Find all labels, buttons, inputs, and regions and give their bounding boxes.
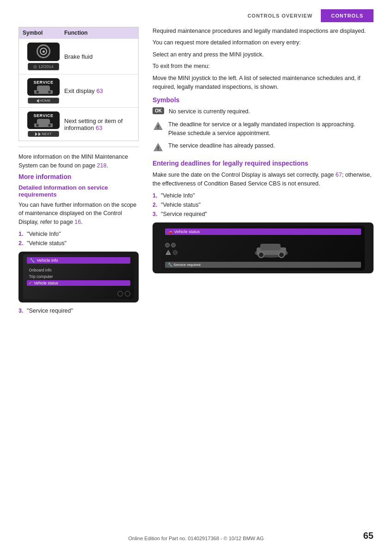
symbol-row-warn1: ! The deadline for service or a legally … [153, 120, 374, 138]
warning-icon-1: ! [153, 120, 164, 131]
col-symbol-header: Symbol [23, 30, 64, 36]
list-item: 1. "Vehicle Info" [18, 229, 139, 239]
brake-fluid-icon [27, 43, 60, 61]
service-word-next: SERVICE [34, 113, 54, 118]
detail-subtitle: Detailed information on service requirem… [18, 184, 139, 198]
entering-link[interactable]: 67 [336, 172, 342, 178]
ss-row-active: ✓ Vehicle status [27, 280, 130, 286]
right-para-4: To exit from the menu: [153, 62, 374, 71]
ss-menu-bar: 🔧 Vehicle info [27, 257, 130, 264]
list-text: "Vehicle Info" [27, 229, 61, 239]
list-item: 3. "Service required" [18, 306, 139, 315]
list-num: 2. [153, 200, 159, 210]
list-num: 2. [18, 239, 25, 248]
function-cell: Exit display 63 [64, 87, 135, 94]
ok-badge: OK [153, 107, 164, 114]
service-required-bar: 🔧 Service required [165, 262, 361, 268]
list-text: "Vehicle Info" [161, 191, 195, 200]
detail-list: 1. "Vehicle Info" 2. "Vehicle status" [18, 229, 139, 248]
function-cell: Brake fluid [64, 53, 135, 60]
home-button: HOME [28, 98, 59, 104]
warn2-text: The service deadline has already passed. [168, 142, 275, 150]
maintenance-note: More information on the MINI Maintenance… [18, 153, 139, 170]
wheel-left-next [36, 123, 39, 127]
next-arrow1 [35, 132, 37, 136]
controls-label: CONTROLS [321, 9, 374, 22]
next-setting-text: Next setting or item of information [64, 117, 122, 131]
car-svg [253, 240, 290, 259]
ok-text: No service is currently required. [169, 107, 250, 116]
page-header: CONTROLS OVERVIEW CONTROLS [0, 0, 392, 27]
next-arrow2 [38, 132, 41, 136]
warning-icon-2: ! [153, 142, 164, 153]
detail-body: You can have further information on the … [18, 201, 139, 227]
dot-icon-2 [173, 250, 178, 255]
divider-1 [18, 147, 139, 147]
maintenance-page-link[interactable]: 218 [97, 162, 107, 169]
symbol-cell: SERVICE HOME [23, 78, 64, 104]
warn-sm: ! [165, 249, 172, 255]
ss-r-title: 🚗 Vehicle status [165, 228, 361, 235]
detail-link[interactable]: 16 [74, 219, 81, 225]
next-button: NEXT [28, 131, 59, 137]
ss-icon-row [165, 243, 178, 247]
dot-icon [171, 243, 176, 247]
brake-inner [40, 48, 47, 55]
table-row: SERVICE HOME [19, 74, 138, 107]
table-row: SERVICE NEXT [19, 107, 138, 141]
svg-point-9 [258, 252, 264, 258]
ss-menu-title: Vehicle info [37, 258, 58, 263]
symbols-heading: Symbols [153, 96, 374, 104]
list-item: 2. "Vehicle status" [18, 239, 139, 248]
service-icon-next: SERVICE [27, 111, 60, 129]
wheel-right-next [48, 123, 51, 127]
nav-circle-left [117, 291, 123, 296]
home-label: HOME [40, 99, 51, 103]
next-setting-link[interactable]: 63 [96, 124, 102, 131]
next-label: NEXT [42, 132, 51, 136]
right-para-1: Required maintenance procedures and lega… [153, 27, 374, 36]
list-num: 1. [18, 229, 25, 239]
service-top: SERVICE [34, 80, 54, 85]
list-text: "Service required" [161, 210, 207, 219]
copyright-text: Online Edition for Part no. 01402917368 … [128, 536, 263, 541]
car-simple [34, 86, 53, 94]
car-top [37, 86, 50, 90]
ss-vehicle-status: Vehicle status [34, 281, 58, 285]
page-footer: Online Edition for Part no. 01402917368 … [0, 536, 392, 541]
function-cell: Next setting or item of information 63 [64, 117, 135, 131]
left-column: Symbol Function ◎ 12/2014 Br [18, 27, 139, 319]
list-item: 2. "Vehicle status" [153, 200, 374, 210]
symbol-cell: SERVICE NEXT [23, 111, 64, 137]
car-bottom-next [34, 123, 53, 127]
brake-dot [43, 50, 45, 53]
list-text: "Vehicle status" [27, 239, 67, 248]
screenshot-vehicle-info: 🔧 Vehicle info Onboard info Trip compute… [18, 252, 139, 302]
symbol-row-warn2: ! The service deadline has already passe… [153, 142, 374, 153]
ss-row: Onboard info [27, 267, 130, 273]
car-bottom [34, 90, 53, 94]
list-item: 3. "Service required" [153, 210, 374, 219]
svg-text:!: ! [157, 124, 159, 130]
right-para-2: You can request more detailed informatio… [153, 38, 374, 47]
ss-content-left: Onboard info Trip computer ✓ Vehicle sta… [27, 265, 130, 286]
exit-display-link[interactable]: 63 [96, 87, 103, 94]
svg-text:!: ! [168, 251, 169, 254]
screenshot-inner-right: 🚗 Vehicle status ! [161, 226, 365, 271]
ss-icons-left: ! [165, 243, 178, 255]
ss-car-area [181, 240, 361, 259]
svg-point-10 [279, 252, 284, 258]
col-function-header: Function [64, 30, 135, 36]
table-row: ◎ 12/2014 Brake fluid [19, 38, 138, 74]
back-arrow [37, 99, 39, 103]
wheel-left [36, 90, 39, 94]
list-num: 3. [153, 210, 159, 219]
car-simple-next [34, 119, 53, 127]
warn-triangle-svg-2: ! [153, 142, 164, 152]
entering-list: 1. "Vehicle Info" 2. "Vehicle status" 3.… [153, 191, 374, 219]
svg-text:!: ! [157, 146, 159, 151]
main-content: Symbol Function ◎ 12/2014 Br [0, 27, 392, 319]
nav-circle-right [125, 291, 130, 296]
list-text: "Vehicle status" [161, 200, 201, 210]
wheel-right [48, 90, 51, 94]
